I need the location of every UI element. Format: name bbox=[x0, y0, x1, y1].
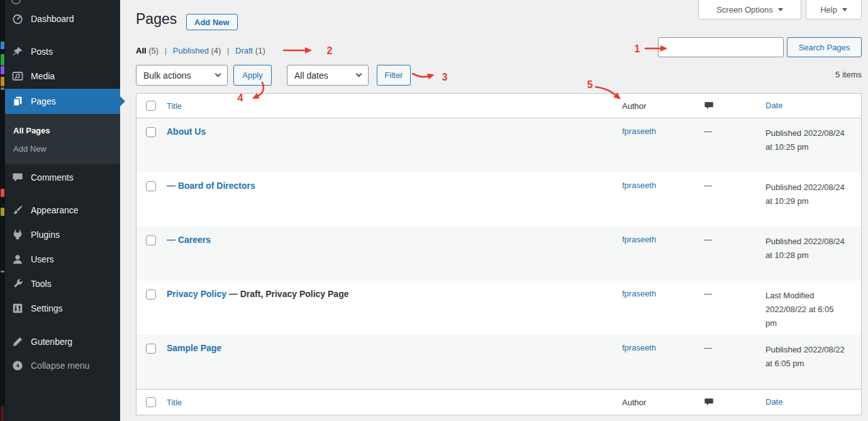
help-tab[interactable]: Help bbox=[806, 0, 862, 20]
sidebar-item-tools[interactable]: Tools bbox=[5, 272, 120, 296]
comment-bubble-icon bbox=[704, 100, 715, 111]
all-dates-value: All dates bbox=[294, 70, 328, 81]
page-title-link[interactable]: — Careers bbox=[167, 235, 211, 245]
search-input[interactable] bbox=[658, 37, 784, 57]
sidebar-item-dashboard[interactable]: Dashboard bbox=[5, 7, 120, 31]
sliver-mark bbox=[1, 271, 4, 272]
bulk-actions-select[interactable]: Bulk actions bbox=[136, 65, 228, 86]
sidebar-item-label: Appearance bbox=[31, 205, 79, 215]
sidebar-item-plugins[interactable]: Plugins bbox=[5, 223, 120, 247]
pencil-icon bbox=[11, 335, 24, 348]
sidebar-item-users[interactable]: Users bbox=[5, 247, 120, 271]
sidebar-item-label: Comments bbox=[31, 172, 74, 182]
view-published-count: (4) bbox=[211, 46, 221, 55]
row-checkbox[interactable] bbox=[146, 289, 156, 300]
author-link[interactable]: fpraseeth bbox=[622, 126, 656, 136]
wrench-icon bbox=[11, 278, 24, 290]
view-separator: | bbox=[165, 46, 167, 55]
table-row: Privacy Policy — Draft, Privacy Policy P… bbox=[136, 281, 861, 335]
author-link[interactable]: fpraseeth bbox=[622, 235, 656, 244]
sidebar-item-label: Pages bbox=[31, 96, 56, 106]
sidebar-item-label: Gutenberg bbox=[31, 337, 72, 347]
sliver-mark bbox=[1, 87, 4, 90]
sidebar-item-media[interactable]: Media bbox=[5, 64, 120, 88]
pages-submenu: All Pages Add New bbox=[5, 114, 120, 164]
author-link[interactable]: fpraseeth bbox=[622, 181, 656, 190]
select-all-checkbox[interactable] bbox=[146, 101, 156, 111]
chevron-down-icon bbox=[215, 71, 221, 77]
sidebar-item-label: Dashboard bbox=[31, 14, 74, 24]
sidebar-item-appearance[interactable]: Appearance bbox=[5, 198, 120, 222]
author-column-header: Author bbox=[622, 101, 646, 111]
sidebar-item-gutenberg[interactable]: Gutenberg bbox=[5, 330, 120, 354]
sliders-icon bbox=[11, 302, 24, 315]
author-link[interactable]: fpraseeth bbox=[622, 343, 656, 352]
table-footer-row: Title Author Date bbox=[136, 389, 861, 415]
chevron-down-icon bbox=[842, 8, 847, 11]
screen-options-label: Screen Options bbox=[716, 5, 773, 14]
sidebar-item-comments[interactable]: Comments bbox=[5, 166, 120, 189]
date-value: Published 2022/08/24 at 10:28 pm bbox=[765, 237, 845, 260]
view-draft-link[interactable]: Draft bbox=[235, 46, 253, 55]
annotation-number-2: 2 bbox=[327, 45, 333, 56]
row-checkbox[interactable] bbox=[146, 127, 156, 137]
submenu-item-all-pages[interactable]: All Pages bbox=[5, 121, 120, 140]
add-new-button[interactable]: Add New bbox=[186, 14, 238, 30]
sliver-mark bbox=[1, 406, 4, 421]
search-pages-button[interactable]: Search Pages bbox=[787, 37, 862, 57]
all-dates-select[interactable]: All dates bbox=[287, 65, 369, 86]
screen-options-tab[interactable]: Screen Options bbox=[698, 0, 801, 20]
help-label: Help bbox=[820, 5, 837, 14]
annotation-number-1: 1 bbox=[635, 43, 640, 54]
sidebar-item-label: Users bbox=[31, 254, 54, 264]
sidebar-item-pages[interactable]: Pages bbox=[5, 89, 120, 114]
sidebar-item-posts[interactable]: Posts bbox=[5, 40, 120, 64]
sidebar-item-label: Settings bbox=[31, 303, 63, 313]
view-published-link[interactable]: Published bbox=[173, 46, 209, 55]
select-all-checkbox[interactable] bbox=[146, 397, 156, 407]
page-title-link[interactable]: Sample Page bbox=[167, 343, 221, 353]
pages-table: Title Author Date About Us fpraseeth — P… bbox=[136, 93, 862, 415]
media-icon bbox=[11, 70, 24, 82]
cropped-admin-bar-icon bbox=[11, 0, 21, 4]
sidebar-item-label: Collapse menu bbox=[31, 361, 89, 371]
author-column-footer: Author bbox=[622, 398, 646, 407]
view-filter-links: All (5) | Published (4) | Draft (1) bbox=[136, 46, 265, 55]
annotation-number-3: 3 bbox=[442, 72, 448, 82]
title-column-header[interactable]: Title bbox=[167, 101, 182, 111]
title-column-footer[interactable]: Title bbox=[167, 398, 182, 407]
table-row: About Us fpraseeth — Published 2022/08/2… bbox=[136, 118, 861, 172]
admin-sidebar: Dashboard Posts Media Pages All Pages Ad… bbox=[5, 0, 120, 421]
page-title-link[interactable]: About Us bbox=[167, 126, 206, 137]
row-checkbox[interactable] bbox=[146, 344, 156, 354]
sliver-mark bbox=[1, 208, 4, 216]
comment-bubble-icon bbox=[704, 396, 715, 408]
date-column-footer[interactable]: Date bbox=[765, 395, 782, 409]
view-all-count: (5) bbox=[148, 46, 159, 55]
date-value: Published 2022/08/22 at 6:05 pm bbox=[765, 345, 845, 368]
sidebar-item-settings[interactable]: Settings bbox=[5, 296, 120, 320]
apply-button[interactable]: Apply bbox=[233, 65, 272, 86]
page-title: Pages bbox=[136, 11, 177, 28]
sliver-mark bbox=[1, 77, 4, 86]
page-title-link[interactable]: — Board of Directors bbox=[167, 181, 255, 191]
page-title-link[interactable]: Privacy Policy bbox=[167, 289, 226, 299]
date-value: Published 2022/08/24 at 10:29 pm bbox=[765, 182, 845, 206]
table-header-row: Title Author Date bbox=[136, 94, 861, 118]
row-checkbox[interactable] bbox=[146, 235, 156, 245]
author-link[interactable]: fpraseeth bbox=[622, 289, 656, 298]
filter-button[interactable]: Filter bbox=[377, 65, 411, 86]
row-checkbox[interactable] bbox=[146, 181, 156, 191]
view-separator: | bbox=[227, 46, 229, 55]
comment-count: — bbox=[704, 343, 712, 352]
pages-icon bbox=[11, 95, 24, 108]
view-all-link[interactable]: All bbox=[136, 46, 147, 55]
chevron-down-icon bbox=[356, 71, 362, 77]
brush-icon bbox=[11, 204, 24, 216]
user-icon bbox=[11, 253, 24, 266]
date-column-header[interactable]: Date bbox=[765, 99, 782, 113]
submenu-item-add-new[interactable]: Add New bbox=[5, 140, 120, 158]
sidebar-item-collapse-menu[interactable]: Collapse menu bbox=[5, 354, 120, 378]
items-count: 5 items bbox=[835, 70, 862, 79]
sidebar-item-label: Posts bbox=[31, 47, 53, 57]
